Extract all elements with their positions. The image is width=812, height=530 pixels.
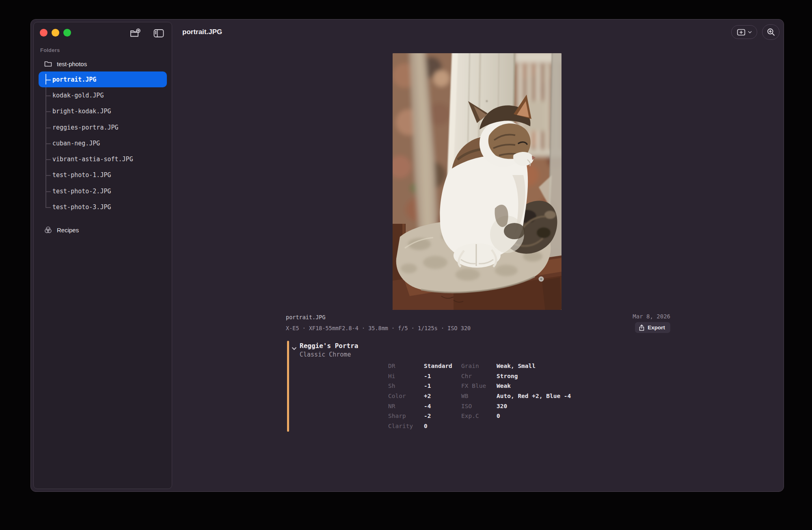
photo-cat-on-cushion xyxy=(393,53,561,310)
photo-filename: portrait.JPG xyxy=(286,314,326,320)
app-window: Folders test-photos portrait.JPG kodak-g… xyxy=(30,19,784,492)
photo-date: Mar 8, 2026 xyxy=(633,313,670,320)
recipe-settings-right: GrainWeak, Small ChrStrong FX BlueWeak W… xyxy=(461,361,571,421)
file-item-reggies-portra[interactable]: reggies-portra.JPG xyxy=(34,119,172,135)
folder-name: test-photos xyxy=(57,61,87,67)
sidebar-item-recipes[interactable]: Recipes xyxy=(34,222,172,238)
file-item-test-photo-3[interactable]: test-photo-3.JPG xyxy=(34,199,172,215)
folder-icon xyxy=(44,61,52,67)
file-item-test-photo-1[interactable]: test-photo-1.JPG xyxy=(34,167,172,183)
file-item-bright-kodak[interactable]: bright-kodak.JPG xyxy=(34,104,172,119)
file-item-portrait[interactable]: portrait.JPG xyxy=(39,71,167,87)
file-item-test-photo-2[interactable]: test-photo-2.JPG xyxy=(34,183,172,199)
new-folder-button[interactable] xyxy=(130,28,141,38)
recipe-settings-left: DRStandard Hi-1 Sh-1 Color+2 NR-4 Sharp-… xyxy=(388,361,452,431)
sidebar-section-label: Folders xyxy=(40,47,60,53)
add-box-icon xyxy=(737,29,745,36)
recipes-icon xyxy=(44,226,52,234)
sidebar-toggle-button[interactable] xyxy=(153,28,164,38)
file-item-kodak-gold[interactable]: kodak-gold.JPG xyxy=(34,87,172,103)
chevron-down-icon xyxy=(292,347,297,350)
close-button[interactable] xyxy=(40,29,48,37)
recipe-name[interactable]: Reggie's Portra xyxy=(300,342,358,350)
zoom-window-button[interactable] xyxy=(63,29,71,37)
photo-exif: X-E5 · XF18-55mmF2.8-4 · 35.8mm · f/5 · … xyxy=(286,325,471,331)
recipe-collapse-chevron[interactable] xyxy=(292,347,297,350)
add-recipe-button[interactable] xyxy=(731,25,757,39)
photo-viewer xyxy=(393,53,561,310)
sidebar: Folders test-photos portrait.JPG kodak-g… xyxy=(33,22,172,489)
share-icon xyxy=(639,324,644,331)
file-item-vibrant-astia-soft[interactable]: vibrant-astia-soft.JPG xyxy=(34,151,172,167)
file-list: portrait.JPG kodak-gold.JPG bright-kodak… xyxy=(34,71,172,215)
export-button[interactable]: Export xyxy=(635,322,670,333)
new-folder-icon xyxy=(130,28,141,38)
sidebar-folder-test-photos[interactable]: test-photos xyxy=(34,56,172,71)
sidebar-toggle-icon xyxy=(153,29,164,38)
export-label: Export xyxy=(648,324,665,331)
recipe-accent-bar xyxy=(287,341,289,432)
minimize-button[interactable] xyxy=(52,29,59,37)
film-simulation: Classic Chrome xyxy=(300,351,351,358)
recipes-label: Recipes xyxy=(57,227,79,234)
traffic-lights xyxy=(40,29,71,37)
page-title: portrait.JPG xyxy=(182,28,222,36)
zoom-in-icon xyxy=(767,28,775,36)
zoom-button[interactable] xyxy=(762,24,780,40)
file-item-cuban-neg[interactable]: cuban-neg.JPG xyxy=(34,135,172,151)
chevron-down-icon xyxy=(748,31,752,34)
